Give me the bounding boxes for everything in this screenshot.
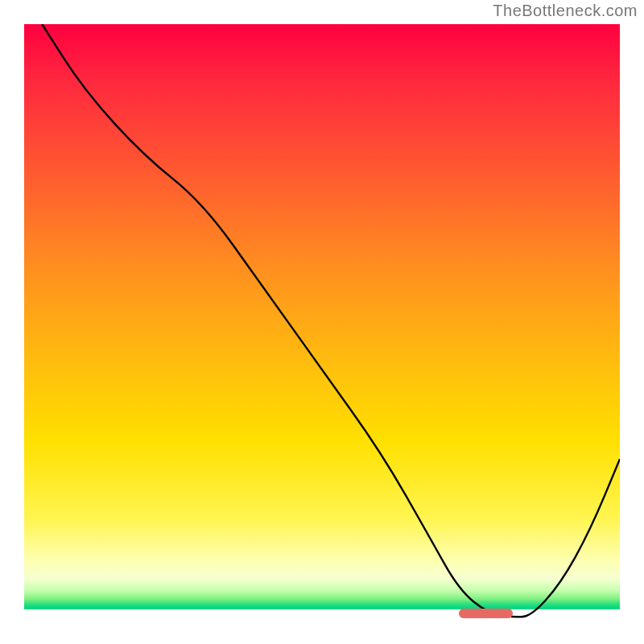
curve-path [42, 24, 620, 617]
chart-container: TheBottleneck.com [0, 0, 644, 644]
curve-svg [24, 24, 620, 620]
plot-area [24, 24, 620, 620]
optimal-marker [459, 609, 513, 618]
watermark-text: TheBottleneck.com [493, 2, 638, 20]
